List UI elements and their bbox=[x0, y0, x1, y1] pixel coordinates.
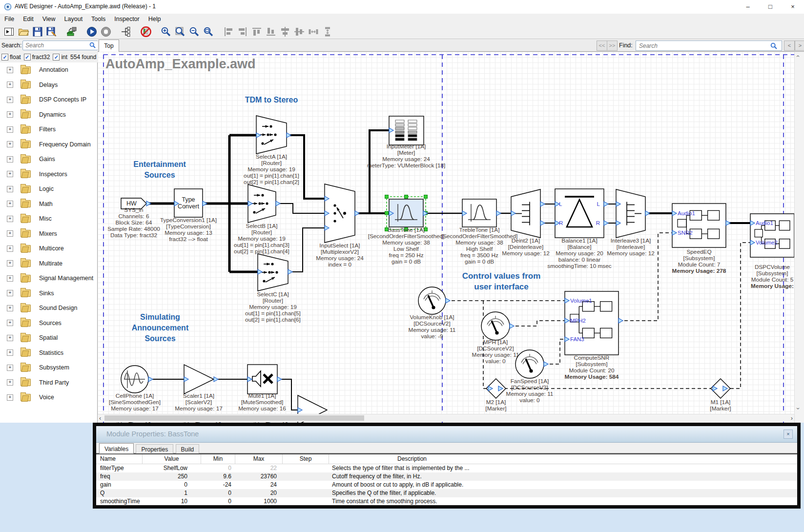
menu-view[interactable]: View bbox=[38, 16, 60, 22]
horizontal-scroll-thumb[interactable] bbox=[104, 415, 364, 421]
sidebar-item-third-party[interactable]: +Third Party bbox=[0, 375, 97, 390]
column-header-value[interactable]: Value bbox=[143, 454, 201, 464]
block-dspcvolume[interactable]: Audio1Volume2DSPCVolume[Subsystem]Module… bbox=[750, 214, 794, 289]
module-search-input[interactable] bbox=[22, 41, 98, 50]
align-bottom-icon[interactable] bbox=[265, 26, 277, 38]
design-canvas[interactable]: AutoAmp_Example.awdTDM to StereoEntertai… bbox=[98, 52, 794, 423]
expander-icon[interactable]: + bbox=[7, 365, 13, 371]
zoom-selection-icon[interactable] bbox=[202, 26, 215, 38]
variable-row-filterType[interactable]: filterTypeShelfLow022Selects the type of… bbox=[96, 464, 797, 472]
expander-icon[interactable]: + bbox=[7, 156, 13, 163]
block-m2[interactable]: M2 [1A][Marker] bbox=[485, 379, 506, 412]
sidebar-item-delays[interactable]: +Delays bbox=[0, 78, 97, 92]
scroll-down-icon[interactable]: › bbox=[795, 408, 802, 409]
zoom-in-icon[interactable] bbox=[160, 26, 172, 38]
block-scaler1[interactable]: Scaler1 [1A][ScalerV2]Memory usage: 17 bbox=[175, 365, 223, 412]
variable-row-smoothingTime[interactable]: smoothingTime1001000Time constant of the… bbox=[96, 497, 797, 506]
menu-file[interactable]: File bbox=[0, 16, 19, 22]
expander-icon[interactable]: + bbox=[7, 275, 13, 282]
menu-inspector[interactable]: Inspector bbox=[110, 16, 144, 22]
expander-icon[interactable]: + bbox=[7, 141, 13, 147]
sidebar-item-annotation[interactable]: +Annotation bbox=[0, 62, 97, 77]
expander-icon[interactable]: + bbox=[7, 67, 13, 73]
zoom-out-icon[interactable] bbox=[188, 26, 201, 38]
stop-icon[interactable] bbox=[100, 26, 112, 38]
column-header-min[interactable]: Min bbox=[201, 454, 235, 464]
expander-icon[interactable]: + bbox=[7, 320, 13, 326]
expander-icon[interactable]: + bbox=[7, 201, 13, 207]
sidebar-item-logic[interactable]: +Logic bbox=[0, 182, 97, 196]
sidebar-item-sinks[interactable]: +Sinks bbox=[0, 286, 97, 301]
filter-checkbox-int[interactable]: ✓ bbox=[53, 54, 60, 61]
column-header-max[interactable]: Max bbox=[235, 454, 283, 464]
block-typeconversion1[interactable]: TypeConvertTypeConversion1 [1A][TypeConv… bbox=[160, 189, 217, 243]
zoom-actual-icon[interactable] bbox=[174, 26, 186, 38]
sidebar-item-statistics[interactable]: +Statistics bbox=[0, 346, 97, 360]
find-prev-double-button[interactable]: << bbox=[597, 41, 607, 51]
find-input[interactable] bbox=[636, 41, 782, 51]
maximize-button[interactable]: □ bbox=[759, 0, 782, 14]
sidebar-item-math[interactable]: +Math bbox=[0, 197, 97, 211]
sidebar-item-spatial[interactable]: +Spatial bbox=[0, 330, 97, 345]
expander-icon[interactable]: + bbox=[7, 260, 13, 266]
sidebar-item-dsp-concepts-ip[interactable]: +DSP Concepts IP bbox=[0, 92, 97, 107]
sidebar-item-gains[interactable]: +Gains bbox=[0, 152, 97, 166]
block-inputselect[interactable]: InputSelect [1A][MultiplexorV2]Memory us… bbox=[316, 184, 364, 268]
scroll-right-icon[interactable]: › bbox=[791, 414, 793, 422]
sidebar-item-dynamics[interactable]: +Dynamics bbox=[0, 107, 97, 122]
variable-row-freq[interactable]: freq2509.623760Cutoff frequency of the f… bbox=[96, 472, 797, 481]
tab-properties[interactable]: Properties bbox=[136, 444, 173, 454]
block-mph[interactable]: MPH [1A][DCSourceV2]Memory usage: 11valu… bbox=[472, 312, 519, 365]
menu-help[interactable]: Help bbox=[144, 16, 165, 22]
tab-variables[interactable]: Variables bbox=[99, 443, 134, 454]
scroll-left-icon[interactable]: ‹ bbox=[99, 414, 101, 422]
filter-checkbox-float[interactable]: ✓ bbox=[1, 54, 8, 61]
block-selectb[interactable]: SelectB [1A][Router]Memory usage: 19out[… bbox=[234, 184, 289, 255]
sidebar-item-sources[interactable]: +Sources bbox=[0, 316, 97, 330]
minimize-button[interactable]: – bbox=[737, 0, 759, 14]
menu-tools[interactable]: Tools bbox=[87, 16, 110, 22]
menu-edit[interactable]: Edit bbox=[19, 16, 38, 22]
block-volumeknob[interactable]: VolumeKnob [1A][DCSourceV2]Memory usage:… bbox=[409, 287, 456, 340]
close-button[interactable]: × bbox=[782, 0, 804, 14]
sidebar-item-misc[interactable]: +Misc bbox=[0, 211, 97, 226]
expander-icon[interactable]: + bbox=[7, 230, 13, 237]
align-right-icon[interactable] bbox=[236, 26, 249, 38]
column-header-description[interactable]: Description bbox=[329, 454, 495, 464]
expander-icon[interactable]: + bbox=[7, 82, 13, 88]
block-mute1[interactable]: Mute1 [1A][MuteSmoothed]Memory usage: 16 bbox=[238, 365, 286, 412]
disable-inspectors-icon[interactable] bbox=[140, 26, 152, 38]
column-header-name[interactable]: Name bbox=[96, 454, 143, 464]
expander-icon[interactable]: + bbox=[7, 186, 13, 192]
open-design-icon[interactable] bbox=[17, 26, 30, 38]
block-cellphone[interactable]: CellPhone [1A][SineSmoothedGen]Memory us… bbox=[109, 366, 161, 412]
canvas-vertical-scrollbar[interactable]: ‹ › bbox=[794, 52, 804, 423]
expander-icon[interactable]: + bbox=[7, 290, 13, 296]
propagate-changes-icon[interactable] bbox=[120, 26, 132, 38]
connect-target-icon[interactable] bbox=[65, 26, 78, 38]
block-deint2[interactable]: Deint2 [1A][Deinterleave]Memory usage: 1… bbox=[502, 189, 550, 257]
find-next-double-button[interactable]: >> bbox=[607, 41, 618, 51]
block-speedeq[interactable]: Audio1SNR2SpeedEQ[Subsystem]Module Count… bbox=[672, 204, 730, 274]
run-icon[interactable] bbox=[85, 26, 98, 38]
distribute-vertical-icon[interactable] bbox=[321, 26, 334, 38]
canvas-horizontal-scrollbar[interactable]: ‹ › bbox=[98, 414, 794, 422]
block-m1[interactable]: M1 [1A][Marker] bbox=[710, 379, 731, 412]
find-next-button[interactable]: > bbox=[795, 41, 804, 51]
sidebar-item-voice[interactable]: +Voice bbox=[0, 390, 97, 405]
distribute-horizontal-icon[interactable] bbox=[307, 26, 320, 38]
expander-icon[interactable]: + bbox=[7, 379, 13, 386]
sidebar-item-signal-management[interactable]: +Signal Management bbox=[0, 271, 97, 286]
new-design-icon[interactable] bbox=[3, 26, 16, 38]
column-header-step[interactable]: Step bbox=[283, 454, 329, 464]
expander-icon[interactable]: + bbox=[7, 111, 13, 118]
block-basstone[interactable]: BassTone [1A][SecondOrderFilterSmoothed]… bbox=[368, 195, 445, 266]
align-top-icon[interactable] bbox=[250, 26, 263, 38]
filter-checkbox-fract32[interactable]: ✓ bbox=[24, 54, 31, 61]
block-balance1[interactable]: LRLRBalance1 [1A][Balance]Memory usage: … bbox=[547, 189, 611, 269]
expander-icon[interactable]: + bbox=[7, 394, 13, 401]
block-selecta[interactable]: SelectA [1A][Router]Memory usage: 19out[… bbox=[244, 116, 299, 185]
expander-icon[interactable]: + bbox=[7, 246, 13, 252]
tab-top[interactable]: Top bbox=[99, 40, 119, 52]
sidebar-item-subsystem[interactable]: +Subsystem bbox=[0, 360, 97, 375]
